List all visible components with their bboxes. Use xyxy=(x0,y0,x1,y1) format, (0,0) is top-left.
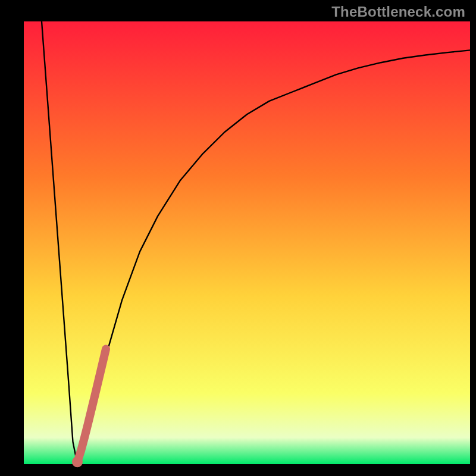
bottleneck-chart xyxy=(0,0,476,476)
highlight-end-dot xyxy=(72,456,83,467)
chart-frame: { "watermark": "TheBottleneck.com", "col… xyxy=(0,0,476,476)
watermark-text: TheBottleneck.com xyxy=(331,4,465,20)
